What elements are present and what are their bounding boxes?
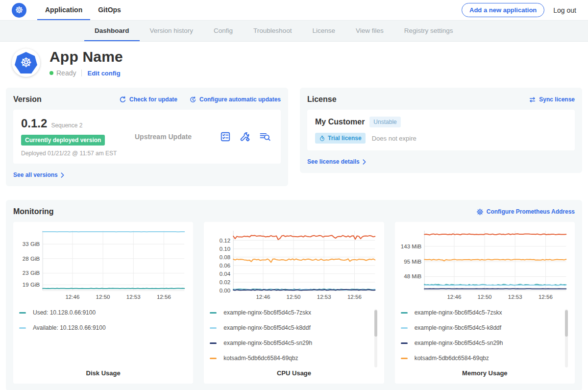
config-wrench-icon[interactable] [240,131,250,142]
configure-prometheus-link[interactable]: Configure Prometheus Address [476,208,575,216]
kubernetes-logo-icon: ☸ [12,3,26,18]
memory-usage-legend: example-nginx-5bc6f5d4c5-7zskxexample-ng… [401,309,569,369]
brand-logo[interactable]: ☸ [12,0,26,20]
top-tabs: Application GitOps [37,0,129,20]
legend-series-swatch [401,327,408,329]
divider [81,70,82,76]
chevron-right-icon [363,159,366,165]
svg-text:12:56: 12:56 [347,294,362,300]
refresh-icon [119,96,126,103]
svg-text:33 GiB: 33 GiB [23,241,40,247]
legend-series-label: example-nginx-5bc6f5d4c5-7zskx [223,309,311,316]
legend-series-swatch [401,358,408,359]
preflight-checks-icon[interactable] [220,131,231,142]
legend-series-swatch [210,358,217,359]
legend-series-label: Available: 10.128.0.66:9100 [33,324,106,331]
tab-config[interactable]: Config [203,21,243,41]
version-number: 0.1.2 [21,117,47,130]
legend-scrollbar-track[interactable] [565,309,568,367]
kubernetes-app-icon: ☸ [15,52,37,73]
svg-text:143 MiB: 143 MiB [401,244,421,249]
svg-text:12:50: 12:50 [96,294,110,300]
monitoring-title: Monitoring [13,207,54,216]
top-tab-application[interactable]: Application [37,0,90,20]
gear-icon [476,208,484,216]
legend-series-swatch [19,312,26,314]
app-header: ☸ App Name Ready Edit config [0,42,588,85]
version-card-title: Version [13,95,42,104]
page-title: App Name [49,49,123,65]
edit-config-link[interactable]: Edit config [87,70,120,77]
svg-text:12:46: 12:46 [65,294,79,300]
license-panel: My Customer Unstable Trial license Does … [307,110,575,150]
legend-series-label: kotsadm-5db6dc6584-69qbz [415,355,489,362]
configure-automatic-updates-link[interactable]: Configure automatic updates [189,96,281,103]
version-card: Version Check for update Configure autom… [6,88,288,186]
svg-text:28 GiB: 28 GiB [23,256,40,262]
legend-series-label: Used: 10.128.0.66:9100 [33,309,96,316]
license-card: License Sync license My Customer Unstabl… [300,88,582,173]
clock-refresh-icon [189,96,196,103]
version-sequence: Sequence 2 [51,122,82,129]
chevron-right-icon [61,172,64,178]
tab-troubleshoot[interactable]: Troubleshoot [243,21,302,41]
svg-text:12:56: 12:56 [157,294,171,300]
cards-row: Version Check for update Configure autom… [0,88,588,186]
see-all-versions-link[interactable]: See all versions [13,171,64,178]
view-logs-icon[interactable] [259,131,271,142]
deployed-timestamp: Deployed 01/21/22 @ 11:57 am EST [21,150,135,157]
legend-scrollbar-track[interactable] [374,309,377,367]
disk-usage-chart-card: 33 GiB28 GiB23 GiB19 GiB12:4612:5012:531… [13,222,193,384]
svg-text:23 GiB: 23 GiB [23,270,40,276]
legend-item: example-nginx-5bc6f5d4c5-k8ddf [401,324,561,331]
sub-nav: Dashboard Version history Config Trouble… [0,21,588,42]
tab-version-history[interactable]: Version history [140,21,204,41]
svg-text:95 MiB: 95 MiB [404,259,421,265]
logout-button[interactable]: Log out [553,6,576,14]
legend-series-swatch [210,342,217,344]
sync-license-link[interactable]: Sync license [529,96,575,103]
customer-name: My Customer [315,118,365,126]
legend-series-swatch [401,312,408,314]
legend-item: example-nginx-5bc6f5d4c5-sn29h [401,340,561,346]
stopwatch-icon [319,135,325,142]
legend-item: Available: 10.128.0.66:9100 [19,324,179,331]
legend-scrollbar-thumb[interactable] [374,310,377,337]
memory-usage-title: Memory Usage [401,369,569,377]
legend-series-swatch [210,327,217,329]
check-for-update-link[interactable]: Check for update [119,96,177,103]
channel-badge: Unstable [369,117,400,127]
memory-usage-chart-card: 143 MiB95 MiB48 MiB12:4612:5012:5312:56 … [395,222,575,384]
see-license-details-link[interactable]: See license details [307,158,366,165]
legend-item: Used: 10.128.0.66:9100 [19,309,179,316]
svg-text:12:53: 12:53 [126,294,141,300]
svg-text:0.02: 0.02 [220,279,230,285]
disk-usage-chart: 33 GiB28 GiB23 GiB19 GiB12:4612:5012:531… [19,228,187,302]
svg-text:12:53: 12:53 [317,294,331,300]
svg-text:12:50: 12:50 [477,294,491,300]
legend-item: example-nginx-5bc6f5d4c5-7zskx [401,309,561,316]
legend-series-label: example-nginx-5bc6f5d4c5-k8ddf [223,324,310,331]
svg-text:0.12: 0.12 [220,238,230,244]
top-nav-right: Add a new application Log out [462,0,576,20]
cpu-usage-legend: example-nginx-5bc6f5d4c5-7zskxexample-ng… [210,309,378,369]
add-application-button[interactable]: Add a new application [462,3,544,17]
trial-license-badge: Trial license [315,133,366,144]
svg-text:19 GiB: 19 GiB [23,282,40,288]
cpu-usage-title: CPU Usage [210,369,378,377]
legend-item: example-nginx-5bc6f5d4c5-sn29h [210,340,370,346]
tab-view-files[interactable]: View files [345,21,394,41]
legend-series-swatch [210,312,217,314]
app-logo: ☸ [12,49,40,77]
svg-text:0.10: 0.10 [220,246,230,252]
update-type-label: Upstream Update [135,133,220,141]
tab-dashboard[interactable]: Dashboard [84,21,140,41]
top-nav: ☸ Application GitOps Add a new applicati… [0,0,588,21]
license-expiry-text: Does not expire [372,135,416,142]
tab-registry-settings[interactable]: Registry settings [394,21,464,41]
legend-item: kotsadm-5db6dc6584-69qbz [401,355,561,362]
top-tab-gitops[interactable]: GitOps [90,0,129,20]
tab-license[interactable]: License [302,21,345,41]
svg-text:12:50: 12:50 [287,294,301,300]
legend-scrollbar-thumb[interactable] [565,310,568,337]
